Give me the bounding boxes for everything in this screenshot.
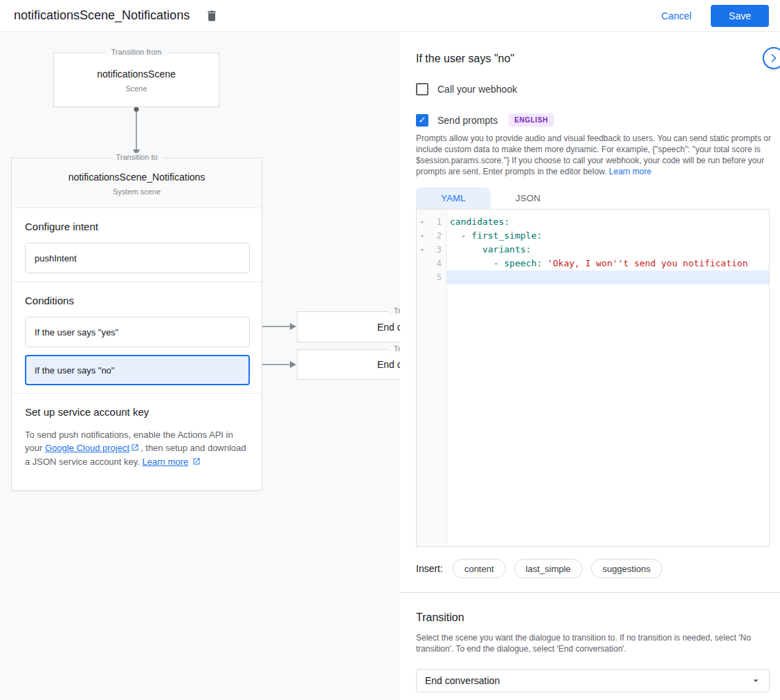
chevron-right-icon xyxy=(767,51,780,65)
condition-item-yes[interactable]: If the user says "yes" xyxy=(25,317,250,347)
scene-card: Transition to notificationsScene_Notific… xyxy=(11,158,262,491)
from-scene-node[interactable]: Transition from notificationsScene Scene xyxy=(53,53,219,107)
code-token-plain xyxy=(450,258,493,268)
gutter-row: ▾2 xyxy=(417,229,446,243)
insert-chip-suggestions[interactable]: suggestions xyxy=(591,559,662,578)
intent-field[interactable]: pushIntent xyxy=(25,243,250,273)
service-account-section: Set up service account key To send push … xyxy=(12,394,262,492)
configure-intent-heading: Configure intent xyxy=(25,221,248,232)
topbar: notificationsScene_Notifications Cancel … xyxy=(0,0,780,32)
code-token-key: candidates: xyxy=(450,217,509,227)
yaml-editor[interactable]: ▾1▾2▾345 candidates: - first_simple: var… xyxy=(416,209,770,547)
trash-icon xyxy=(205,9,219,23)
transition-dropdown-value: End conversation xyxy=(425,675,500,686)
from-node-type: Scene xyxy=(54,84,219,93)
configure-intent-section: Configure intent pushIntent xyxy=(12,208,262,282)
line-number: 1 xyxy=(428,217,446,227)
call-webhook-row: Call your webhook xyxy=(416,83,517,95)
code-token-key: variants: xyxy=(482,244,531,255)
service-account-text: To send push notifications, enable the A… xyxy=(25,428,252,469)
insert-chip-last_simple[interactable]: last_simple xyxy=(514,559,583,578)
scene-card-title: notificationsScene_Notifications xyxy=(12,172,262,183)
from-node-title: notificationsScene xyxy=(54,68,219,80)
insert-chips: contentlast_simplesuggestions xyxy=(453,559,662,578)
code-token-string: 'Okay, I won''t send you notification xyxy=(547,258,748,268)
fold-toggle-icon[interactable]: ▾ xyxy=(417,232,428,239)
condition-item-label: If the user says "yes" xyxy=(35,327,118,338)
transition-dropdown[interactable]: End conversation xyxy=(416,669,770,692)
send-prompts-checkbox[interactable]: ✓ xyxy=(416,114,428,127)
intent-value: pushIntent xyxy=(35,253,77,264)
fold-toggle-icon[interactable]: ▾ xyxy=(417,246,428,253)
code-line[interactable]: - speech: 'Okay, I won''t send you notif… xyxy=(447,257,769,270)
end-node-floating-label: Transition to xyxy=(388,344,400,353)
send-prompts-row: ✓ Send prompts ENGLISH xyxy=(416,113,554,127)
section-divider xyxy=(400,592,780,593)
end-conversation-node-1[interactable]: Transition to End conversation xyxy=(297,311,400,342)
scene-editor-page: notificationsScene_Notifications Cancel … xyxy=(0,0,780,700)
line-number: 3 xyxy=(428,245,446,255)
editor-tabs: YAML JSON xyxy=(416,187,565,209)
insert-chip-content[interactable]: content xyxy=(453,559,506,578)
code-line[interactable]: variants: xyxy=(447,243,769,257)
gutter-row: ▾3 xyxy=(417,243,446,257)
call-webhook-label: Call your webhook xyxy=(437,84,517,95)
end-conversation-node-2[interactable]: Transition to End conversation xyxy=(297,349,400,380)
service-learn-more-link[interactable]: Learn more xyxy=(143,457,188,467)
gutter-row: ▾1 xyxy=(417,215,446,229)
fold-toggle-icon[interactable]: ▾ xyxy=(417,219,428,225)
gutter-row: 4 xyxy=(417,257,446,270)
code-line[interactable]: - first_simple: xyxy=(447,229,769,243)
line-number: 2 xyxy=(428,231,446,241)
line-number: 5 xyxy=(428,273,446,282)
tab-yaml[interactable]: YAML xyxy=(416,187,491,209)
end-node-text: End conversation xyxy=(377,359,400,370)
external-link-icon xyxy=(131,442,139,455)
editor-gutter: ▾1▾2▾345 xyxy=(417,210,447,546)
service-account-heading: Set up service account key xyxy=(25,406,248,418)
conditions-heading: Conditions xyxy=(25,295,248,306)
code-token-plain xyxy=(450,244,482,255)
collapse-panel-button[interactable] xyxy=(763,47,780,69)
scene-diagram-panel: Transition from notificationsScene Scene… xyxy=(0,32,400,700)
condition-detail-panel: If the user says "no" Call your webhook … xyxy=(400,32,780,700)
gutter-row: 5 xyxy=(417,270,446,284)
condition-panel-title: If the user says "no" xyxy=(416,53,514,65)
line-number: 4 xyxy=(428,259,446,268)
save-button[interactable]: Save xyxy=(711,5,769,27)
code-token-key: - speech: xyxy=(493,258,547,268)
code-line[interactable]: candidates: xyxy=(447,215,769,229)
conditions-section: Conditions If the user says "yes" If the… xyxy=(12,282,262,394)
prompts-description: Prompts allow you to provide audio and v… xyxy=(416,133,774,177)
dropdown-caret-icon xyxy=(750,674,762,687)
code-line-active[interactable] xyxy=(447,270,769,284)
scene-card-type: System scene xyxy=(12,187,262,196)
google-cloud-project-link[interactable]: Google Cloud project xyxy=(45,443,129,453)
prompts-learn-more-link[interactable]: Learn more xyxy=(609,167,651,176)
checkmark-icon: ✓ xyxy=(419,116,426,125)
external-link-icon xyxy=(192,456,201,469)
call-webhook-checkbox[interactable] xyxy=(416,83,428,95)
from-node-floating-label: Transition from xyxy=(106,48,167,56)
transition-heading: Transition xyxy=(416,611,464,624)
end-node-text: End conversation xyxy=(377,322,400,333)
editor-code[interactable]: candidates: - first_simple: variants: - … xyxy=(447,210,769,546)
code-token-key: - first_simple: xyxy=(461,230,542,241)
condition-item-label: If the user says "no" xyxy=(35,365,114,376)
tab-json[interactable]: JSON xyxy=(491,187,565,209)
delete-scene-button[interactable] xyxy=(202,6,221,26)
insert-label: Insert: xyxy=(416,563,443,574)
page-title: notificationsScene_Notifications xyxy=(14,8,190,23)
send-prompts-label: Send prompts xyxy=(437,115,498,126)
prompts-description-text: Prompts allow you to provide audio and v… xyxy=(416,133,771,176)
transition-description: Select the scene you want the dialogue t… xyxy=(416,632,774,654)
cancel-button[interactable]: Cancel xyxy=(661,10,691,21)
scene-card-header: notificationsScene_Notifications System … xyxy=(12,158,262,208)
language-badge: ENGLISH xyxy=(509,113,554,127)
scene-card-floating-label: Transition to xyxy=(110,153,163,161)
code-token-plain xyxy=(450,230,461,241)
end-node-floating-label: Transition to xyxy=(388,306,400,315)
condition-item-no[interactable]: If the user says "no" xyxy=(25,355,250,385)
insert-row: Insert: contentlast_simplesuggestions xyxy=(416,559,662,578)
